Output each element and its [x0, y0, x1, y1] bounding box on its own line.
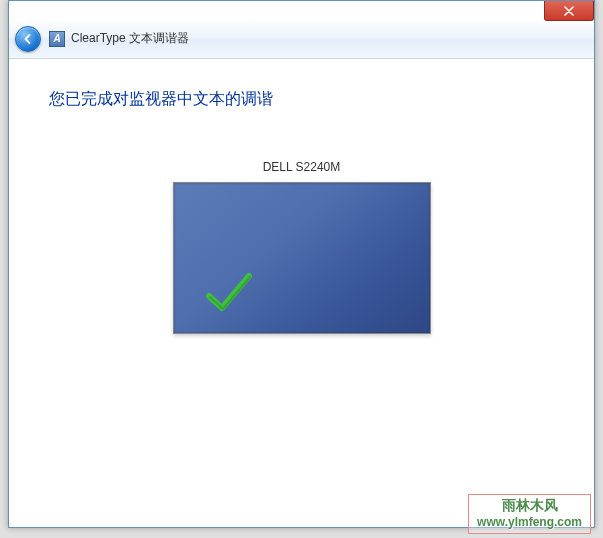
window-title: ClearType 文本调谐器: [71, 30, 189, 47]
close-button[interactable]: [544, 1, 594, 21]
header-bar: A ClearType 文本调谐器: [9, 19, 594, 59]
monitor-name-label: DELL S2240M: [263, 160, 341, 174]
app-icon: A: [49, 31, 65, 47]
monitor-preview: [173, 182, 431, 334]
watermark-text: 雨林木风: [477, 497, 582, 515]
content-area: 您已完成对监视器中文本的调谐 DELL S2240M: [9, 59, 594, 364]
monitor-area: DELL S2240M: [49, 160, 554, 334]
page-heading: 您已完成对监视器中文本的调谐: [49, 89, 554, 110]
dialog-window: A ClearType 文本调谐器 您已完成对监视器中文本的调谐 DELL S2…: [8, 0, 595, 528]
checkmark-icon: [204, 268, 254, 318]
close-icon: [564, 6, 574, 16]
watermark-url: www.ylmfeng.com: [477, 515, 582, 529]
back-arrow-icon: [23, 34, 33, 44]
back-button[interactable]: [15, 26, 41, 52]
watermark: 雨林木风 www.ylmfeng.com: [468, 494, 591, 534]
app-icon-letter: A: [53, 33, 60, 44]
